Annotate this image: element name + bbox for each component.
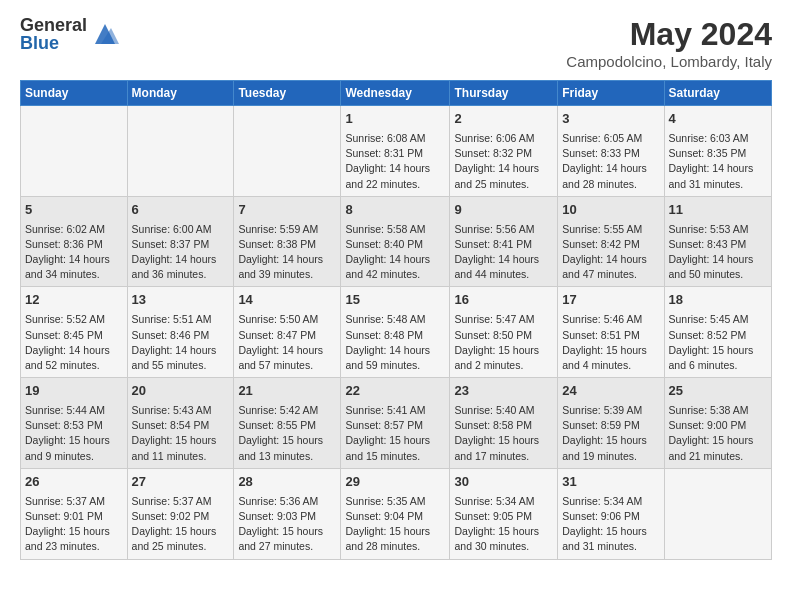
- month-year: May 2024: [566, 16, 772, 53]
- day-info: Sunrise: 6:00 AM Sunset: 8:37 PM Dayligh…: [132, 222, 230, 283]
- day-info: Sunrise: 5:35 AM Sunset: 9:04 PM Dayligh…: [345, 494, 445, 555]
- day-info: Sunrise: 5:59 AM Sunset: 8:38 PM Dayligh…: [238, 222, 336, 283]
- calendar-cell: 25Sunrise: 5:38 AM Sunset: 9:00 PM Dayli…: [664, 378, 771, 469]
- day-info: Sunrise: 5:36 AM Sunset: 9:03 PM Dayligh…: [238, 494, 336, 555]
- day-number: 17: [562, 291, 659, 310]
- calendar-cell: 1Sunrise: 6:08 AM Sunset: 8:31 PM Daylig…: [341, 106, 450, 197]
- calendar-cell: 19Sunrise: 5:44 AM Sunset: 8:53 PM Dayli…: [21, 378, 128, 469]
- day-info: Sunrise: 5:43 AM Sunset: 8:54 PM Dayligh…: [132, 403, 230, 464]
- day-number: 16: [454, 291, 553, 310]
- day-info: Sunrise: 5:45 AM Sunset: 8:52 PM Dayligh…: [669, 312, 767, 373]
- calendar-cell: 18Sunrise: 5:45 AM Sunset: 8:52 PM Dayli…: [664, 287, 771, 378]
- day-info: Sunrise: 6:03 AM Sunset: 8:35 PM Dayligh…: [669, 131, 767, 192]
- calendar-cell: 26Sunrise: 5:37 AM Sunset: 9:01 PM Dayli…: [21, 468, 128, 559]
- weekday-header-sunday: Sunday: [21, 81, 128, 106]
- day-number: 24: [562, 382, 659, 401]
- day-info: Sunrise: 6:06 AM Sunset: 8:32 PM Dayligh…: [454, 131, 553, 192]
- day-number: 12: [25, 291, 123, 310]
- calendar-cell: 11Sunrise: 5:53 AM Sunset: 8:43 PM Dayli…: [664, 196, 771, 287]
- day-number: 31: [562, 473, 659, 492]
- day-info: Sunrise: 5:47 AM Sunset: 8:50 PM Dayligh…: [454, 312, 553, 373]
- logo-blue: Blue: [20, 34, 87, 52]
- day-info: Sunrise: 5:48 AM Sunset: 8:48 PM Dayligh…: [345, 312, 445, 373]
- calendar-cell: 13Sunrise: 5:51 AM Sunset: 8:46 PM Dayli…: [127, 287, 234, 378]
- calendar-cell: 5Sunrise: 6:02 AM Sunset: 8:36 PM Daylig…: [21, 196, 128, 287]
- day-number: 18: [669, 291, 767, 310]
- day-number: 25: [669, 382, 767, 401]
- day-number: 30: [454, 473, 553, 492]
- day-info: Sunrise: 5:41 AM Sunset: 8:57 PM Dayligh…: [345, 403, 445, 464]
- week-row-1: 1Sunrise: 6:08 AM Sunset: 8:31 PM Daylig…: [21, 106, 772, 197]
- day-info: Sunrise: 6:08 AM Sunset: 8:31 PM Dayligh…: [345, 131, 445, 192]
- logo-general: General: [20, 16, 87, 34]
- week-row-4: 19Sunrise: 5:44 AM Sunset: 8:53 PM Dayli…: [21, 378, 772, 469]
- day-number: 6: [132, 201, 230, 220]
- day-info: Sunrise: 5:50 AM Sunset: 8:47 PM Dayligh…: [238, 312, 336, 373]
- day-info: Sunrise: 5:40 AM Sunset: 8:58 PM Dayligh…: [454, 403, 553, 464]
- logo-icon: [91, 20, 119, 48]
- calendar-cell: 4Sunrise: 6:03 AM Sunset: 8:35 PM Daylig…: [664, 106, 771, 197]
- day-info: Sunrise: 5:55 AM Sunset: 8:42 PM Dayligh…: [562, 222, 659, 283]
- day-info: Sunrise: 5:34 AM Sunset: 9:05 PM Dayligh…: [454, 494, 553, 555]
- calendar-cell: 30Sunrise: 5:34 AM Sunset: 9:05 PM Dayli…: [450, 468, 558, 559]
- day-info: Sunrise: 5:44 AM Sunset: 8:53 PM Dayligh…: [25, 403, 123, 464]
- day-number: 15: [345, 291, 445, 310]
- day-number: 20: [132, 382, 230, 401]
- day-info: Sunrise: 5:37 AM Sunset: 9:01 PM Dayligh…: [25, 494, 123, 555]
- day-number: 14: [238, 291, 336, 310]
- day-info: Sunrise: 5:46 AM Sunset: 8:51 PM Dayligh…: [562, 312, 659, 373]
- calendar-cell: 3Sunrise: 6:05 AM Sunset: 8:33 PM Daylig…: [558, 106, 664, 197]
- day-number: 4: [669, 110, 767, 129]
- calendar-cell: [664, 468, 771, 559]
- calendar-cell: 8Sunrise: 5:58 AM Sunset: 8:40 PM Daylig…: [341, 196, 450, 287]
- header: General Blue May 2024 Campodolcino, Lomb…: [20, 16, 772, 70]
- day-number: 9: [454, 201, 553, 220]
- calendar-cell: 7Sunrise: 5:59 AM Sunset: 8:38 PM Daylig…: [234, 196, 341, 287]
- weekday-header-monday: Monday: [127, 81, 234, 106]
- calendar-cell: 12Sunrise: 5:52 AM Sunset: 8:45 PM Dayli…: [21, 287, 128, 378]
- day-number: 3: [562, 110, 659, 129]
- day-info: Sunrise: 5:58 AM Sunset: 8:40 PM Dayligh…: [345, 222, 445, 283]
- day-number: 7: [238, 201, 336, 220]
- calendar-cell: 16Sunrise: 5:47 AM Sunset: 8:50 PM Dayli…: [450, 287, 558, 378]
- calendar-cell: 9Sunrise: 5:56 AM Sunset: 8:41 PM Daylig…: [450, 196, 558, 287]
- day-info: Sunrise: 5:42 AM Sunset: 8:55 PM Dayligh…: [238, 403, 336, 464]
- calendar-page: General Blue May 2024 Campodolcino, Lomb…: [0, 0, 792, 576]
- day-number: 29: [345, 473, 445, 492]
- calendar-table: SundayMondayTuesdayWednesdayThursdayFrid…: [20, 80, 772, 560]
- day-info: Sunrise: 6:02 AM Sunset: 8:36 PM Dayligh…: [25, 222, 123, 283]
- week-row-5: 26Sunrise: 5:37 AM Sunset: 9:01 PM Dayli…: [21, 468, 772, 559]
- day-number: 28: [238, 473, 336, 492]
- calendar-cell: 10Sunrise: 5:55 AM Sunset: 8:42 PM Dayli…: [558, 196, 664, 287]
- day-info: Sunrise: 5:52 AM Sunset: 8:45 PM Dayligh…: [25, 312, 123, 373]
- day-info: Sunrise: 5:39 AM Sunset: 8:59 PM Dayligh…: [562, 403, 659, 464]
- calendar-cell: 27Sunrise: 5:37 AM Sunset: 9:02 PM Dayli…: [127, 468, 234, 559]
- calendar-cell: 23Sunrise: 5:40 AM Sunset: 8:58 PM Dayli…: [450, 378, 558, 469]
- location: Campodolcino, Lombardy, Italy: [566, 53, 772, 70]
- day-number: 26: [25, 473, 123, 492]
- calendar-cell: 24Sunrise: 5:39 AM Sunset: 8:59 PM Dayli…: [558, 378, 664, 469]
- logo-text: General Blue: [20, 16, 87, 52]
- title-block: May 2024 Campodolcino, Lombardy, Italy: [566, 16, 772, 70]
- calendar-cell: 14Sunrise: 5:50 AM Sunset: 8:47 PM Dayli…: [234, 287, 341, 378]
- calendar-cell: [21, 106, 128, 197]
- weekday-header-saturday: Saturday: [664, 81, 771, 106]
- day-info: Sunrise: 5:53 AM Sunset: 8:43 PM Dayligh…: [669, 222, 767, 283]
- weekday-header-tuesday: Tuesday: [234, 81, 341, 106]
- day-number: 13: [132, 291, 230, 310]
- day-number: 5: [25, 201, 123, 220]
- day-number: 22: [345, 382, 445, 401]
- day-number: 10: [562, 201, 659, 220]
- calendar-cell: 31Sunrise: 5:34 AM Sunset: 9:06 PM Dayli…: [558, 468, 664, 559]
- day-info: Sunrise: 6:05 AM Sunset: 8:33 PM Dayligh…: [562, 131, 659, 192]
- calendar-cell: 20Sunrise: 5:43 AM Sunset: 8:54 PM Dayli…: [127, 378, 234, 469]
- calendar-cell: 28Sunrise: 5:36 AM Sunset: 9:03 PM Dayli…: [234, 468, 341, 559]
- weekday-header-wednesday: Wednesday: [341, 81, 450, 106]
- day-number: 1: [345, 110, 445, 129]
- week-row-3: 12Sunrise: 5:52 AM Sunset: 8:45 PM Dayli…: [21, 287, 772, 378]
- day-info: Sunrise: 5:37 AM Sunset: 9:02 PM Dayligh…: [132, 494, 230, 555]
- calendar-cell: [234, 106, 341, 197]
- day-info: Sunrise: 5:56 AM Sunset: 8:41 PM Dayligh…: [454, 222, 553, 283]
- day-number: 8: [345, 201, 445, 220]
- day-number: 2: [454, 110, 553, 129]
